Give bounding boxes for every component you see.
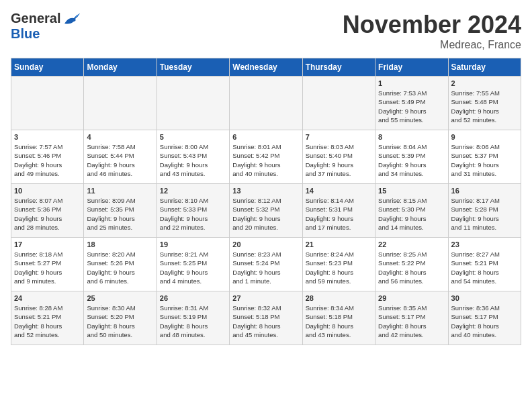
calendar-cell: 28Sunrise: 8:34 AM Sunset: 5:18 PM Dayli… (302, 291, 375, 345)
day-header-monday: Monday (84, 58, 157, 77)
day-header-tuesday: Tuesday (157, 58, 229, 77)
day-info: Sunrise: 8:03 AM Sunset: 5:40 PM Dayligh… (306, 142, 372, 178)
calendar-cell: 23Sunrise: 8:27 AM Sunset: 5:21 PM Dayli… (448, 238, 521, 291)
day-number: 27 (232, 294, 299, 302)
logo-general-text: General (11, 11, 60, 26)
calendar-cell: 17Sunrise: 8:18 AM Sunset: 5:27 PM Dayli… (11, 238, 84, 291)
day-info: Sunrise: 8:23 AM Sunset: 5:24 PM Dayligh… (232, 250, 299, 285)
day-number: 28 (306, 294, 372, 302)
day-info: Sunrise: 8:30 AM Sunset: 5:20 PM Dayligh… (87, 304, 153, 339)
day-number: 5 (160, 133, 226, 141)
calendar-cell: 5Sunrise: 8:00 AM Sunset: 5:43 PM Daylig… (157, 130, 229, 184)
calendar-body: 1Sunrise: 7:53 AM Sunset: 5:49 PM Daylig… (11, 77, 521, 345)
calendar-cell: 15Sunrise: 8:15 AM Sunset: 5:30 PM Dayli… (375, 184, 448, 238)
logo-blue-text: Blue (11, 26, 40, 42)
calendar-cell: 14Sunrise: 8:14 AM Sunset: 5:31 PM Dayli… (302, 184, 375, 238)
day-number: 29 (378, 294, 445, 302)
day-number: 25 (87, 294, 153, 302)
day-info: Sunrise: 8:09 AM Sunset: 5:35 PM Dayligh… (87, 196, 153, 232)
day-info: Sunrise: 8:04 AM Sunset: 5:39 PM Dayligh… (378, 142, 445, 178)
day-header-wednesday: Wednesday (230, 58, 302, 77)
day-header-sunday: Sunday (11, 58, 84, 77)
day-info: Sunrise: 8:20 AM Sunset: 5:26 PM Dayligh… (87, 250, 153, 285)
day-number: 2 (451, 79, 518, 87)
header-row: SundayMondayTuesdayWednesdayThursdayFrid… (11, 58, 521, 77)
day-info: Sunrise: 8:00 AM Sunset: 5:43 PM Dayligh… (160, 142, 226, 178)
month-title: November 2024 (343, 11, 521, 39)
calendar-cell: 9Sunrise: 8:06 AM Sunset: 5:37 PM Daylig… (448, 130, 521, 184)
calendar-cell (84, 77, 157, 130)
day-number: 24 (14, 294, 81, 302)
calendar-cell: 26Sunrise: 8:31 AM Sunset: 5:19 PM Dayli… (157, 291, 229, 345)
calendar-cell: 27Sunrise: 8:32 AM Sunset: 5:18 PM Dayli… (230, 291, 302, 345)
day-info: Sunrise: 8:10 AM Sunset: 5:33 PM Dayligh… (160, 196, 226, 232)
calendar-cell: 25Sunrise: 8:30 AM Sunset: 5:20 PM Dayli… (84, 291, 157, 345)
day-number: 14 (306, 187, 372, 195)
day-number: 21 (306, 240, 372, 248)
day-info: Sunrise: 8:31 AM Sunset: 5:19 PM Dayligh… (160, 304, 226, 339)
day-number: 10 (14, 187, 81, 195)
day-info: Sunrise: 8:36 AM Sunset: 5:17 PM Dayligh… (451, 304, 518, 339)
calendar-cell: 1Sunrise: 7:53 AM Sunset: 5:49 PM Daylig… (375, 77, 448, 130)
day-info: Sunrise: 8:01 AM Sunset: 5:42 PM Dayligh… (232, 142, 299, 178)
day-info: Sunrise: 8:18 AM Sunset: 5:27 PM Dayligh… (14, 250, 81, 285)
day-info: Sunrise: 8:07 AM Sunset: 5:36 PM Dayligh… (14, 196, 81, 232)
day-number: 16 (451, 187, 518, 195)
day-number: 23 (451, 240, 518, 248)
day-info: Sunrise: 8:28 AM Sunset: 5:21 PM Dayligh… (14, 304, 81, 339)
day-info: Sunrise: 8:06 AM Sunset: 5:37 PM Dayligh… (451, 142, 518, 178)
day-info: Sunrise: 7:55 AM Sunset: 5:48 PM Dayligh… (451, 89, 518, 124)
calendar-cell: 19Sunrise: 8:21 AM Sunset: 5:25 PM Dayli… (157, 238, 229, 291)
calendar-cell: 22Sunrise: 8:25 AM Sunset: 5:22 PM Dayli… (375, 238, 448, 291)
day-info: Sunrise: 8:25 AM Sunset: 5:22 PM Dayligh… (378, 250, 445, 285)
calendar-cell: 7Sunrise: 8:03 AM Sunset: 5:40 PM Daylig… (302, 130, 375, 184)
day-info: Sunrise: 8:15 AM Sunset: 5:30 PM Dayligh… (378, 196, 445, 232)
day-info: Sunrise: 8:35 AM Sunset: 5:17 PM Dayligh… (378, 304, 445, 339)
day-info: Sunrise: 8:24 AM Sunset: 5:23 PM Dayligh… (306, 250, 372, 285)
day-number: 11 (87, 187, 153, 195)
day-info: Sunrise: 7:57 AM Sunset: 5:46 PM Dayligh… (14, 142, 81, 178)
calendar-cell: 8Sunrise: 8:04 AM Sunset: 5:39 PM Daylig… (375, 130, 448, 184)
day-number: 17 (14, 240, 81, 248)
day-number: 30 (451, 294, 518, 302)
week-row-5: 24Sunrise: 8:28 AM Sunset: 5:21 PM Dayli… (11, 291, 521, 345)
day-number: 7 (306, 133, 372, 141)
day-number: 22 (378, 240, 445, 248)
calendar-table: SundayMondayTuesdayWednesdayThursdayFrid… (11, 58, 521, 345)
day-number: 6 (232, 133, 299, 141)
day-number: 9 (451, 133, 518, 141)
calendar-cell: 18Sunrise: 8:20 AM Sunset: 5:26 PM Dayli… (84, 238, 157, 291)
logo: General Blue (11, 11, 81, 42)
logo-bird-icon (62, 11, 81, 26)
calendar-cell: 6Sunrise: 8:01 AM Sunset: 5:42 PM Daylig… (230, 130, 302, 184)
calendar-header: SundayMondayTuesdayWednesdayThursdayFrid… (11, 58, 521, 77)
week-row-2: 3Sunrise: 7:57 AM Sunset: 5:46 PM Daylig… (11, 130, 521, 184)
day-header-thursday: Thursday (302, 58, 375, 77)
day-info: Sunrise: 8:14 AM Sunset: 5:31 PM Dayligh… (306, 196, 372, 232)
day-info: Sunrise: 8:32 AM Sunset: 5:18 PM Dayligh… (232, 304, 299, 339)
day-info: Sunrise: 7:53 AM Sunset: 5:49 PM Dayligh… (378, 89, 445, 124)
day-info: Sunrise: 8:17 AM Sunset: 5:28 PM Dayligh… (451, 196, 518, 232)
calendar-cell: 3Sunrise: 7:57 AM Sunset: 5:46 PM Daylig… (11, 130, 84, 184)
day-header-saturday: Saturday (448, 58, 521, 77)
calendar-cell (11, 77, 84, 130)
calendar-cell (230, 77, 302, 130)
day-number: 26 (160, 294, 226, 302)
day-number: 12 (160, 187, 226, 195)
week-row-3: 10Sunrise: 8:07 AM Sunset: 5:36 PM Dayli… (11, 184, 521, 238)
title-block: November 2024 Medreac, France (343, 11, 521, 51)
week-row-4: 17Sunrise: 8:18 AM Sunset: 5:27 PM Dayli… (11, 238, 521, 291)
calendar-cell: 20Sunrise: 8:23 AM Sunset: 5:24 PM Dayli… (230, 238, 302, 291)
calendar-cell: 16Sunrise: 8:17 AM Sunset: 5:28 PM Dayli… (448, 184, 521, 238)
page-header: General Blue November 2024 Medreac, Fran… (11, 11, 521, 51)
day-info: Sunrise: 8:12 AM Sunset: 5:32 PM Dayligh… (232, 196, 299, 232)
calendar-cell: 11Sunrise: 8:09 AM Sunset: 5:35 PM Dayli… (84, 184, 157, 238)
day-number: 8 (378, 133, 445, 141)
day-number: 15 (378, 187, 445, 195)
day-info: Sunrise: 7:58 AM Sunset: 5:44 PM Dayligh… (87, 142, 153, 178)
day-number: 18 (87, 240, 153, 248)
calendar-cell: 30Sunrise: 8:36 AM Sunset: 5:17 PM Dayli… (448, 291, 521, 345)
calendar-cell: 10Sunrise: 8:07 AM Sunset: 5:36 PM Dayli… (11, 184, 84, 238)
calendar-cell: 4Sunrise: 7:58 AM Sunset: 5:44 PM Daylig… (84, 130, 157, 184)
calendar-cell: 24Sunrise: 8:28 AM Sunset: 5:21 PM Dayli… (11, 291, 84, 345)
